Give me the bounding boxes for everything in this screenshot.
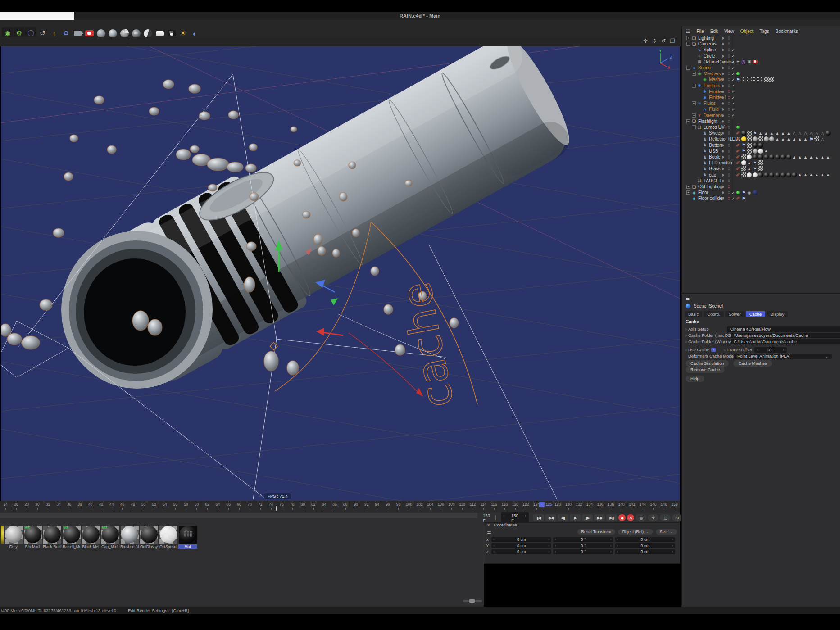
dot-green-tag-icon[interactable] — [736, 71, 740, 76]
checker-tag-icon[interactable] — [814, 136, 819, 141]
tag-strip[interactable]: ✐▲⚑ — [736, 160, 763, 166]
expand-toggle[interactable]: + — [686, 190, 690, 195]
visibility-dots[interactable] — [727, 42, 731, 45]
layer-icon[interactable]: ◆ — [722, 143, 727, 147]
visibility-dots[interactable] — [727, 102, 731, 105]
cam-red-tag-icon[interactable] — [753, 60, 758, 63]
flag-tag-icon[interactable]: ⚑ — [741, 196, 746, 201]
layer-icon[interactable]: ◆ — [722, 113, 727, 118]
flag-tag-icon[interactable]: ⚑ — [741, 190, 746, 195]
sph-black-tag-icon[interactable] — [781, 172, 786, 177]
layer-icon[interactable]: ◆ — [722, 137, 727, 141]
visibility-dots[interactable] — [727, 179, 731, 182]
tree-item-floor-collider[interactable]: ◈Floor collider◆✓✐⚑ — [682, 195, 840, 201]
trio-tag-icon[interactable]: △ — [814, 131, 819, 136]
tree-item-cap[interactable]: ♟cap◆✐▲▲▲▲▲▲ — [682, 172, 840, 178]
material-name[interactable]: Grey — [4, 544, 23, 549]
dither-tag-icon[interactable] — [747, 77, 752, 82]
cache-meshes-button[interactable]: Cache Meshes — [733, 360, 772, 367]
layer-icon[interactable]: ◆ — [722, 196, 727, 200]
visibility-dots[interactable] — [727, 120, 731, 123]
material-thumbnail[interactable] — [179, 526, 197, 544]
coords-z-field-0[interactable]: ‹0 cm› — [491, 549, 551, 554]
record-scale-button[interactable]: ▢ — [660, 514, 671, 521]
attr-tab-display[interactable]: Display — [767, 311, 788, 317]
material-zoom-slider[interactable] — [463, 600, 482, 602]
coords-z-field-2[interactable]: ‹0 cm› — [615, 549, 675, 554]
dot-green-tag-icon[interactable] — [736, 190, 740, 195]
enabled-check[interactable]: ✓ — [731, 66, 736, 70]
expand-toggle[interactable]: − — [686, 42, 690, 46]
expand-toggle[interactable]: + — [686, 36, 690, 40]
material-thumbnail[interactable] — [159, 526, 177, 544]
sph-black-tag-icon[interactable] — [826, 131, 831, 136]
tree-item-boole[interactable]: ♟Boole◆✐▲▲▲▲▲▲▲ — [682, 154, 840, 160]
brush-tag-icon[interactable]: ✐ — [736, 154, 740, 159]
layer-icon[interactable]: ◆ — [722, 48, 727, 52]
tri-tag-icon[interactable]: ▲ — [781, 131, 786, 136]
checker-tag-icon[interactable] — [747, 143, 752, 148]
rotate-icon[interactable]: ↺ — [660, 38, 667, 44]
coords-x-field-1[interactable]: ‹0 °› — [553, 537, 613, 542]
visibility-dots[interactable] — [727, 96, 731, 99]
material-thumbnail[interactable]: MIX — [101, 526, 119, 544]
visibility-dots[interactable] — [727, 161, 731, 164]
cache-simulation-button[interactable]: Cache Simulation — [686, 360, 729, 367]
flag-tag-icon[interactable]: ⚑ — [736, 77, 740, 82]
eye-tag-icon[interactable]: ◉ — [747, 190, 752, 195]
edit-render-settings[interactable]: Edit Render Settings... [Cmd+B] — [128, 608, 189, 613]
layer-icon[interactable]: ◆ — [722, 125, 727, 129]
layer-icon[interactable]: ◆ — [722, 167, 727, 171]
layer-icon[interactable]: ◆ — [722, 95, 727, 100]
material-grey[interactable]: Grey — [4, 526, 23, 549]
layer-icon[interactable]: ◆ — [722, 173, 727, 177]
sph-black-tag-icon[interactable] — [792, 172, 797, 177]
tri-tag-icon[interactable]: ▲ — [775, 136, 780, 141]
attr-tab-cache[interactable]: Cache — [746, 311, 765, 317]
checker-tag-icon[interactable] — [741, 166, 746, 171]
checker-tag-icon[interactable] — [758, 160, 763, 165]
material-thumbnail[interactable] — [140, 526, 158, 544]
viewport-3d[interactable]: cache FPS : 71.4 Y Z X — [1, 46, 680, 501]
tree-item-mesher[interactable]: ❋Mesher◆✓⚑ — [682, 77, 840, 82]
enabled-check[interactable]: ✓ — [731, 95, 736, 100]
attr-tab-basic[interactable]: Basic — [685, 311, 702, 317]
sph-black-tag-icon[interactable] — [786, 172, 791, 177]
layer-icon[interactable]: ◆ — [722, 66, 727, 70]
material-octspecul[interactable]: OctSpecul — [159, 526, 178, 549]
visibility-dots[interactable] — [727, 78, 731, 81]
sph-navy-tag-icon[interactable] — [753, 190, 758, 195]
tri-tag-icon[interactable]: ▲ — [764, 131, 769, 136]
expand-toggle[interactable]: − — [686, 119, 690, 123]
visibility-dots[interactable] — [727, 126, 731, 129]
material-black-met[interactable]: Black-Met — [81, 526, 100, 549]
tri-tag-icon[interactable]: ▲ — [814, 172, 819, 177]
tag-strip[interactable]: ✐▲▲▲▲▲▲ — [736, 172, 831, 178]
visibility-dots[interactable] — [727, 155, 731, 159]
layer-icon[interactable]: ◆ — [722, 36, 727, 40]
visibility-dots[interactable] — [727, 84, 731, 87]
visibility-dots[interactable] — [727, 48, 731, 51]
tree-item-meshers[interactable]: −❋Meshers◆✓ — [682, 71, 840, 77]
tri-tag-icon[interactable]: ▲ — [798, 154, 803, 159]
autokey-button[interactable]: A — [627, 514, 634, 521]
brush-tag-icon[interactable]: ✐ — [736, 131, 740, 136]
flag-tag-icon[interactable]: ⚑ — [809, 136, 814, 141]
tri-tag-icon[interactable]: ▲ — [769, 131, 774, 136]
axis-setup-field[interactable]: Cinema 4D/RealFlow — [727, 326, 840, 332]
cache-folder-macos-field[interactable]: /Users/jamesboyers/Documents/Cache — [731, 333, 840, 338]
tree-item-lighting[interactable]: +❏Lighting◆ — [682, 35, 840, 41]
visibility-dots[interactable] — [727, 173, 731, 177]
enabled-check[interactable]: ✓ — [731, 107, 736, 112]
material-cap-mix1[interactable]: MIXCap_Mix1 — [100, 526, 120, 549]
tree-item-octanecamera[interactable]: ▦OctaneCamera◆✓+◎▣ — [682, 59, 840, 65]
tree-item-fluids[interactable]: −≋Fluids◆✓ — [682, 100, 840, 106]
coords-reset-transform-button[interactable]: Reset Transform — [577, 529, 616, 535]
tri-tag-icon[interactable]: ▲ — [747, 166, 752, 171]
material-octglossy[interactable]: OctGlossy — [139, 526, 159, 549]
material-mat[interactable]: Mat — [178, 526, 197, 549]
tree-item-led-emitter[interactable]: ♟LED emitter◆✐▲⚑ — [682, 160, 840, 166]
material-thumbnail[interactable] — [5, 526, 23, 544]
playhead[interactable] — [539, 502, 545, 507]
expand-toggle[interactable]: − — [692, 72, 696, 76]
